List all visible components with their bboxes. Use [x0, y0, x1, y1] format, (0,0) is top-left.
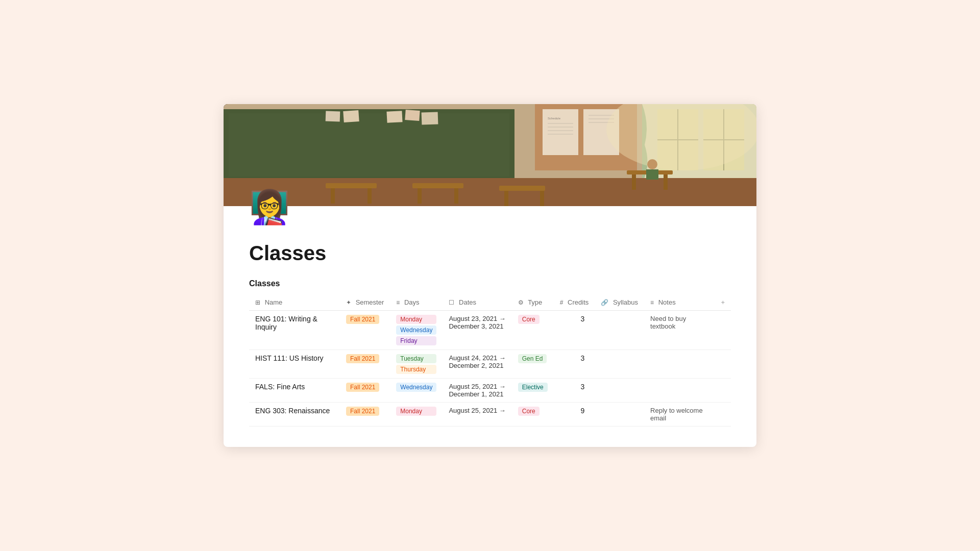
page-container: Schedule	[224, 104, 756, 447]
table-row[interactable]: HIST 111: US HistoryFall 2021TuesdayThur…	[249, 350, 731, 379]
cell-name: ENG 303: Renaissance	[249, 403, 340, 427]
cell-credits: 9	[554, 403, 595, 427]
cell-dates: August 24, 2021 →December 2, 2021	[443, 350, 511, 379]
cell-semester: Fall 2021	[340, 379, 390, 403]
cell-credits: 3	[554, 350, 595, 379]
table-row[interactable]: ENG 303: RenaissanceFall 2021MondayAugus…	[249, 403, 731, 427]
calendar-icon: ☐	[449, 299, 454, 306]
cell-extra	[715, 311, 731, 350]
cell-days: TuesdayThursday	[390, 350, 443, 379]
table-wrapper: ⊞ Name ✦ Semester ≡ Days ☐	[249, 294, 731, 427]
cell-extra	[715, 379, 731, 403]
cell-semester: Fall 2021	[340, 403, 390, 427]
cell-extra	[715, 403, 731, 427]
svg-rect-42	[224, 104, 756, 206]
cell-name: HIST 111: US History	[249, 350, 340, 379]
col-notes[interactable]: ≡ Notes	[644, 294, 715, 311]
cell-semester: Fall 2021	[340, 350, 390, 379]
cell-type: Gen Ed	[512, 350, 554, 379]
cell-name: FALS: Fine Arts	[249, 379, 340, 403]
cell-days: Monday	[390, 403, 443, 427]
section-label: Classes	[249, 279, 731, 288]
cell-credits: 3	[554, 311, 595, 350]
banner-image: Schedule	[224, 104, 756, 206]
lines-icon: ≡	[396, 299, 400, 306]
col-dates[interactable]: ☐ Dates	[443, 294, 511, 311]
add-column-button[interactable]: +	[715, 294, 731, 311]
cell-syllabus	[595, 379, 644, 403]
cell-notes: Need to buy textbook	[644, 311, 715, 350]
hash-icon: #	[560, 299, 564, 306]
col-syllabus[interactable]: 🔗 Syllabus	[595, 294, 644, 311]
cell-notes: Reply to welcome email	[644, 403, 715, 427]
circle-icon: ✦	[346, 299, 351, 306]
col-days[interactable]: ≡ Days	[390, 294, 443, 311]
cell-notes	[644, 350, 715, 379]
cell-days: Wednesday	[390, 379, 443, 403]
col-name[interactable]: ⊞ Name	[249, 294, 340, 311]
cell-credits: 3	[554, 379, 595, 403]
table-row[interactable]: FALS: Fine ArtsFall 2021WednesdayAugust …	[249, 379, 731, 403]
page-title: Classes	[249, 242, 731, 265]
notes-icon: ≡	[650, 299, 654, 306]
cell-type: Elective	[512, 379, 554, 403]
person-icon: ⊞	[255, 299, 260, 306]
cell-dates: August 23, 2021 →December 3, 2021	[443, 311, 511, 350]
gear-icon: ⚙	[518, 299, 524, 306]
avatar: 👩‍🏫	[249, 191, 290, 223]
table-row[interactable]: ENG 101: Writing & InquiryFall 2021Monda…	[249, 311, 731, 350]
cell-extra	[715, 350, 731, 379]
cell-name: ENG 101: Writing & Inquiry	[249, 311, 340, 350]
classes-table: ⊞ Name ✦ Semester ≡ Days ☐	[249, 294, 731, 427]
content-area: Classes Classes ⊞ Name ✦ Semester	[224, 223, 756, 447]
cell-syllabus	[595, 311, 644, 350]
cell-semester: Fall 2021	[340, 311, 390, 350]
cell-dates: August 25, 2021 →December 1, 2021	[443, 379, 511, 403]
col-credits[interactable]: # Credits	[554, 294, 595, 311]
cell-days: MondayWednesdayFriday	[390, 311, 443, 350]
avatar-emoji: 👩‍🏫	[249, 191, 290, 223]
cell-syllabus	[595, 350, 644, 379]
col-type[interactable]: ⚙ Type	[512, 294, 554, 311]
cell-type: Core	[512, 403, 554, 427]
cell-dates: August 25, 2021 →	[443, 403, 511, 427]
cell-type: Core	[512, 311, 554, 350]
link-icon: 🔗	[601, 299, 608, 306]
col-semester[interactable]: ✦ Semester	[340, 294, 390, 311]
cell-notes	[644, 379, 715, 403]
cell-syllabus	[595, 403, 644, 427]
